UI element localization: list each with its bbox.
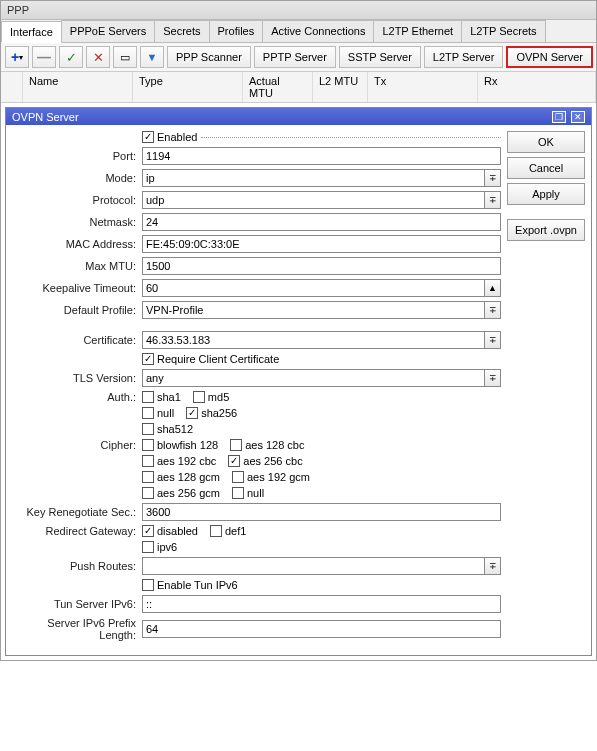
auth-sha512[interactable]: sha512 [142, 423, 193, 435]
port-input[interactable] [142, 147, 501, 165]
keepalive-label: Keepalive Timeout: [12, 282, 142, 294]
defprofile-dropdown-icon[interactable]: ∓ [485, 301, 501, 319]
maxmtu-input[interactable] [142, 257, 501, 275]
maxmtu-label: Max MTU: [12, 260, 142, 272]
pushroutes-input[interactable] [142, 557, 485, 575]
redir-ipv6[interactable]: ipv6 [142, 541, 177, 553]
keepalive-toggle-icon[interactable]: ▲ [485, 279, 501, 297]
sstp-server-button[interactable]: SSTP Server [339, 46, 421, 68]
netmask-input[interactable] [142, 213, 501, 231]
cipher-aes128cbc[interactable]: aes 128 cbc [230, 439, 304, 451]
cancel-button[interactable]: Cancel [507, 157, 585, 179]
mode-select[interactable] [142, 169, 485, 187]
cipher-aes192gcm[interactable]: aes 192 gcm [232, 471, 310, 483]
auth-md5[interactable]: md5 [193, 391, 229, 403]
redir-disabled[interactable]: disabled [142, 525, 198, 537]
cipher-aes192cbc[interactable]: aes 192 cbc [142, 455, 216, 467]
filter-button[interactable]: ▼ [140, 46, 164, 68]
toolbar: +▾ — ✓ ✕ ▭ ▼ PPP Scanner PPTP Server SST… [1, 43, 596, 72]
ovpn-server-button[interactable]: OVPN Server [506, 46, 593, 68]
tab-secrets[interactable]: Secrets [154, 20, 209, 42]
enable-tun-label: Enable Tun IPv6 [157, 579, 238, 591]
cipher-aes256cbc[interactable]: aes 256 cbc [228, 455, 302, 467]
mode-dropdown-icon[interactable]: ∓ [485, 169, 501, 187]
ppp-window: PPP Interface PPPoE Servers Secrets Prof… [0, 0, 597, 661]
add-button[interactable]: +▾ [5, 46, 29, 68]
window-close-icon[interactable]: ✕ [571, 111, 585, 123]
pptp-server-button[interactable]: PPTP Server [254, 46, 336, 68]
comment-button[interactable]: ▭ [113, 46, 137, 68]
redir-label: Redirect Gateway: [12, 525, 142, 537]
tab-strip: Interface PPPoE Servers Secrets Profiles… [1, 20, 596, 43]
comment-icon: ▭ [120, 51, 130, 64]
dialog-buttons: OK Cancel Apply Export .ovpn [507, 131, 585, 645]
certificate-select[interactable] [142, 331, 485, 349]
tls-dropdown-icon[interactable]: ∓ [485, 369, 501, 387]
require-client-cert-checkbox[interactable]: Require Client Certificate [142, 353, 279, 365]
window-restore-icon[interactable]: ❐ [552, 111, 566, 123]
ppp-scanner-button[interactable]: PPP Scanner [167, 46, 251, 68]
cipher-aes256gcm[interactable]: aes 256 gcm [142, 487, 220, 499]
tunserver-label: Tun Server IPv6: [12, 598, 142, 610]
certificate-label: Certificate: [12, 334, 142, 346]
col-rx[interactable]: Rx [478, 72, 596, 102]
prefixlen-input[interactable] [142, 620, 501, 638]
require-client-cert-label: Require Client Certificate [157, 353, 279, 365]
apply-button[interactable]: Apply [507, 183, 585, 205]
protocol-select[interactable] [142, 191, 485, 209]
dialog-title: OVPN Server [12, 111, 79, 123]
prefixlen-label: Server IPv6 Prefix Length: [12, 617, 142, 641]
tls-label: TLS Version: [12, 372, 142, 384]
titlebar: PPP [1, 1, 596, 20]
dialog-window-controls: ❐ ✕ [550, 110, 585, 123]
auth-sha1[interactable]: sha1 [142, 391, 181, 403]
ok-button[interactable]: OK [507, 131, 585, 153]
protocol-dropdown-icon[interactable]: ∓ [485, 191, 501, 209]
cipher-blowfish[interactable]: blowfish 128 [142, 439, 218, 451]
enabled-label: Enabled [157, 131, 197, 143]
keepalive-input[interactable] [142, 279, 485, 297]
l2tp-server-button[interactable]: L2TP Server [424, 46, 504, 68]
tab-l2tp-ethernet[interactable]: L2TP Ethernet [373, 20, 462, 42]
auth-null[interactable]: null [142, 407, 174, 419]
dialog-titlebar: OVPN Server ❐ ✕ [6, 108, 591, 125]
defprofile-select[interactable] [142, 301, 485, 319]
mode-label: Mode: [12, 172, 142, 184]
col-actual-mtu[interactable]: Actual MTU [243, 72, 313, 102]
certificate-dropdown-icon[interactable]: ∓ [485, 331, 501, 349]
form-area: Enabled Port: Mode: ∓ Protocol: ∓ Netmas… [12, 131, 501, 645]
col-l2mtu[interactable]: L2 MTU [313, 72, 368, 102]
auth-label: Auth.: [12, 391, 142, 403]
tab-active-connections[interactable]: Active Connections [262, 20, 374, 42]
tunserver-input[interactable] [142, 595, 501, 613]
disable-button[interactable]: ✕ [86, 46, 110, 68]
enable-tun-ipv6-checkbox[interactable]: Enable Tun IPv6 [142, 579, 238, 591]
defprofile-label: Default Profile: [12, 304, 142, 316]
redir-def1[interactable]: def1 [210, 525, 246, 537]
pushroutes-expand-icon[interactable]: ∓ [485, 557, 501, 575]
enabled-checkbox[interactable]: Enabled [142, 131, 197, 143]
col-tx[interactable]: Tx [368, 72, 478, 102]
tls-select[interactable] [142, 369, 485, 387]
tab-profiles[interactable]: Profiles [209, 20, 264, 42]
netmask-label: Netmask: [12, 216, 142, 228]
mac-label: MAC Address: [12, 238, 142, 250]
cipher-aes128gcm[interactable]: aes 128 gcm [142, 471, 220, 483]
list-header-blank [1, 72, 23, 102]
ovpn-server-dialog: OVPN Server ❐ ✕ Enabled Port: Mode: ∓ Pr… [5, 107, 592, 656]
cipher-label: Cipher: [12, 439, 142, 451]
export-ovpn-button[interactable]: Export .ovpn [507, 219, 585, 241]
auth-sha256[interactable]: sha256 [186, 407, 237, 419]
enable-button[interactable]: ✓ [59, 46, 83, 68]
keyreneg-label: Key Renegotiate Sec.: [12, 506, 142, 518]
port-label: Port: [12, 150, 142, 162]
tab-pppoe-servers[interactable]: PPPoE Servers [61, 20, 155, 42]
col-name[interactable]: Name [23, 72, 133, 102]
col-type[interactable]: Type [133, 72, 243, 102]
tab-l2tp-secrets[interactable]: L2TP Secrets [461, 20, 545, 42]
mac-input[interactable] [142, 235, 501, 253]
remove-button[interactable]: — [32, 46, 56, 68]
keyreneg-input[interactable] [142, 503, 501, 521]
cipher-null[interactable]: null [232, 487, 264, 499]
tab-interface[interactable]: Interface [1, 21, 62, 43]
